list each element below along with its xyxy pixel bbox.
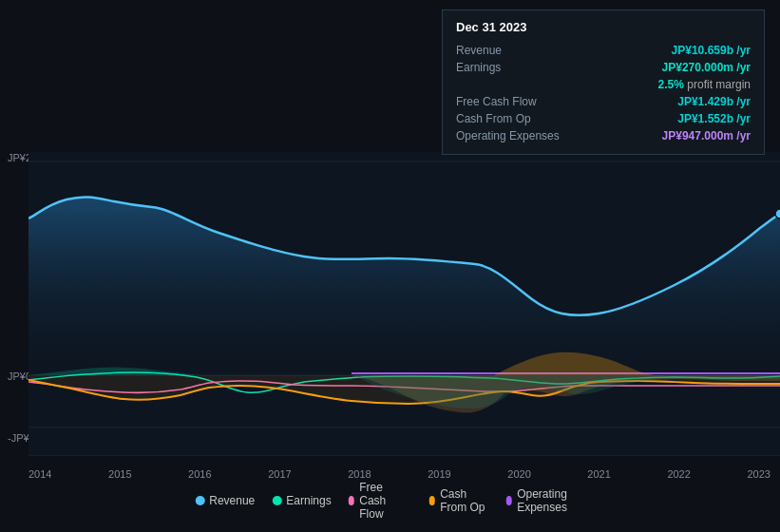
chart-container: Dec 31 2023 Revenue JP¥10.659b /yr Earni…	[0, 0, 780, 532]
legend-label-fcf: Free Cash Flow	[359, 481, 411, 521]
legend-dot-revenue	[195, 496, 204, 505]
fcf-row: Free Cash Flow JP¥1.429b /yr	[456, 93, 751, 110]
cashfromop-value: JP¥1.552b /yr	[677, 112, 751, 125]
cashfromop-row: Cash From Op JP¥1.552b /yr	[456, 110, 751, 127]
opex-value: JP¥947.000m /yr	[662, 129, 751, 142]
legend-label-cashfromop: Cash From Op	[440, 487, 488, 514]
x-label-2019: 2019	[428, 468, 450, 480]
svg-point-7	[775, 209, 780, 218]
x-label-2022: 2022	[667, 468, 690, 480]
legend-dot-opex	[506, 496, 513, 505]
earnings-value: JP¥270.000m /yr	[662, 61, 751, 74]
legend-label-opex: Operating Expenses	[517, 487, 585, 514]
cashfromop-label: Cash From Op	[456, 112, 580, 125]
legend-dot-earnings	[272, 496, 281, 505]
x-label-2014: 2014	[29, 468, 51, 480]
legend-earnings[interactable]: Earnings	[272, 494, 331, 507]
x-label-2016: 2016	[188, 468, 211, 480]
info-panel: Dec 31 2023 Revenue JP¥10.659b /yr Earni…	[442, 10, 765, 155]
opex-label: Operating Expenses	[456, 129, 580, 142]
legend-dot-fcf	[349, 496, 355, 505]
legend-label-revenue: Revenue	[209, 494, 255, 507]
info-date: Dec 31 2023	[456, 20, 751, 34]
profit-margin-value: 2.5% profit margin	[658, 78, 751, 91]
earnings-row: Earnings JP¥270.000m /yr	[456, 59, 751, 76]
legend-opex[interactable]: Operating Expenses	[506, 487, 585, 514]
profit-margin-row: 2.5% profit margin	[456, 76, 751, 93]
x-label-2023: 2023	[747, 468, 770, 480]
x-label-2020: 2020	[507, 468, 530, 480]
legend-revenue[interactable]: Revenue	[195, 494, 255, 507]
legend-cashfromop[interactable]: Cash From Op	[429, 487, 489, 514]
x-label-2015: 2015	[108, 468, 131, 480]
x-label-2021: 2021	[587, 468, 610, 480]
legend-fcf[interactable]: Free Cash Flow	[349, 481, 412, 521]
main-chart-svg	[29, 152, 780, 456]
x-label-2018: 2018	[348, 468, 371, 480]
x-label-2017: 2017	[268, 468, 291, 480]
fcf-label: Free Cash Flow	[456, 95, 580, 108]
fcf-value: JP¥1.429b /yr	[677, 95, 751, 108]
revenue-label: Revenue	[456, 44, 580, 57]
legend-label-earnings: Earnings	[286, 494, 331, 507]
earnings-label: Earnings	[456, 61, 580, 74]
legend-dot-cashfromop	[429, 496, 436, 505]
revenue-value: JP¥10.659b /yr	[672, 44, 751, 57]
revenue-row: Revenue JP¥10.659b /yr	[456, 42, 751, 59]
chart-legend: Revenue Earnings Free Cash Flow Cash Fro…	[195, 481, 585, 521]
x-axis: 2014 2015 2016 2017 2018 2019 2020 2021 …	[29, 468, 770, 480]
opex-row: Operating Expenses JP¥947.000m /yr	[456, 127, 751, 144]
